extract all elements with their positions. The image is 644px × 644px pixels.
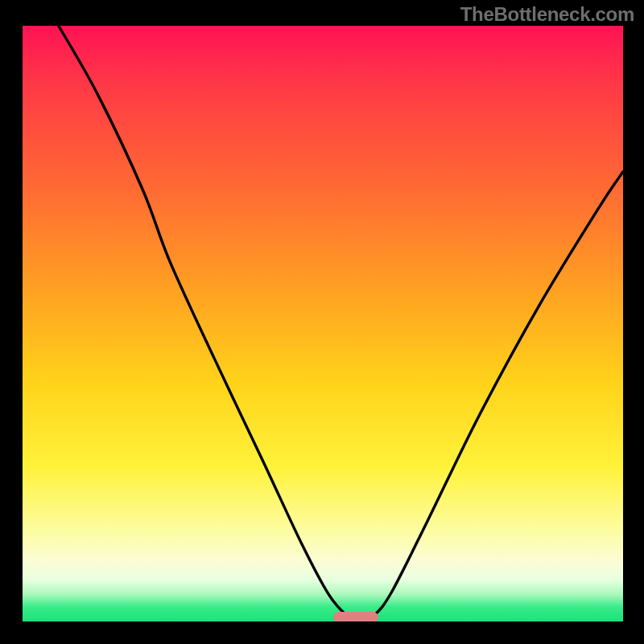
- chart-container: TheBottleneck.com: [0, 0, 644, 644]
- bottleneck-curve: [23, 26, 623, 621]
- watermark-text: TheBottleneck.com: [460, 3, 634, 26]
- plot-area: [23, 26, 623, 621]
- minimum-marker: [333, 612, 378, 621]
